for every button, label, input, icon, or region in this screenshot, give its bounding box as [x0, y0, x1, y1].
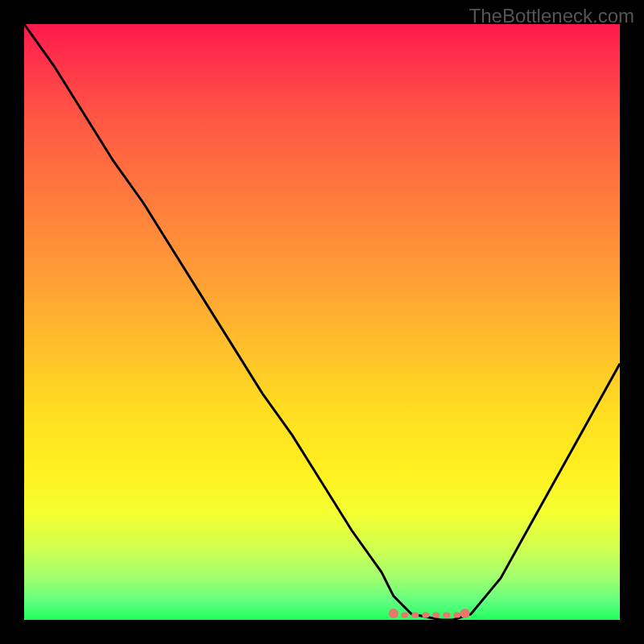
svg-point-1: [389, 609, 398, 618]
chart-curve-svg: [24, 24, 620, 620]
svg-point-2: [460, 609, 470, 618]
bottleneck-curve: [24, 24, 620, 620]
watermark-text: TheBottleneck.com: [469, 5, 634, 27]
chart-plot-area: [24, 24, 620, 620]
